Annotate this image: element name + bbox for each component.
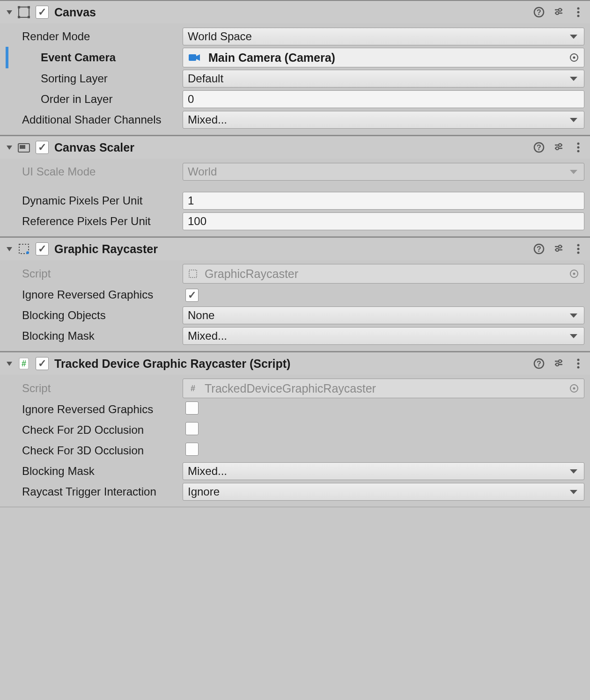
blocking-mask-dropdown[interactable]: Mixed... (183, 327, 584, 345)
sorting-layer-dropdown[interactable]: Default (183, 70, 584, 88)
highlight-bar (6, 47, 8, 68)
chevron-down-icon (570, 334, 577, 338)
svg-point-54 (556, 363, 559, 366)
hash-icon: # (188, 383, 198, 394)
svg-point-57 (577, 366, 580, 369)
field-label: Reference Pixels Per Unit (6, 215, 183, 228)
enable-checkbox[interactable] (36, 141, 49, 154)
svg-text:?: ? (537, 360, 541, 368)
check-2d-occlusion-checkbox[interactable] (185, 422, 199, 435)
field-label: Script (6, 267, 183, 280)
camera-icon (188, 53, 201, 62)
svg-rect-1 (19, 7, 29, 17)
svg-text:?: ? (537, 144, 541, 152)
component-header-graphic-raycaster: Graphic Raycaster ? (0, 238, 590, 260)
foldout-toggle[interactable] (5, 7, 14, 17)
raycast-trigger-dropdown[interactable]: Ignore (183, 483, 584, 501)
help-icon[interactable]: ? (533, 141, 545, 153)
svg-point-39 (556, 248, 559, 251)
component-body: Render Mode World Space Event Camera Mai… (0, 23, 590, 135)
component-title: Tracked Device Graphic Raycaster (Script… (54, 357, 531, 371)
chevron-down-icon (570, 469, 577, 474)
svg-point-10 (559, 8, 561, 11)
svg-point-56 (577, 363, 580, 365)
svg-point-41 (577, 248, 580, 250)
component-graphic-raycaster: Graphic Raycaster ? Script GraphicRaycas… (0, 237, 590, 351)
enable-checkbox[interactable] (36, 357, 49, 370)
svg-marker-0 (7, 10, 12, 15)
svg-rect-43 (189, 270, 197, 277)
ignore-reversed-checkbox[interactable] (185, 289, 199, 302)
reference-pixels-input[interactable]: 100 (183, 212, 584, 230)
svg-point-60 (573, 387, 575, 390)
help-icon[interactable]: ? (533, 357, 545, 370)
svg-marker-31 (7, 247, 12, 251)
component-body: Script # TrackedDeviceGraphicRaycaster I… (0, 375, 590, 507)
help-icon[interactable]: ? (533, 6, 545, 18)
help-icon[interactable]: ? (533, 243, 545, 255)
field-label: UI Scale Mode (6, 165, 183, 178)
enable-checkbox[interactable] (36, 242, 49, 255)
ui-scale-mode-dropdown: World (183, 163, 584, 181)
svg-rect-3 (28, 6, 30, 8)
component-tracked-device-graphic-raycaster: # Tracked Device Graphic Raycaster (Scri… (0, 351, 590, 507)
svg-point-13 (577, 11, 580, 14)
svg-rect-21 (20, 145, 25, 149)
dynamic-pixels-input[interactable]: 1 (183, 192, 584, 210)
shader-channels-dropdown[interactable]: Mixed... (183, 111, 584, 129)
svg-rect-5 (28, 16, 30, 18)
svg-text:#: # (191, 384, 195, 393)
menu-icon[interactable] (572, 141, 584, 153)
component-canvas-scaler: Canvas Scaler ? UI Scale Mode World Dyna… (0, 135, 590, 237)
menu-icon[interactable] (572, 243, 584, 255)
enable-checkbox[interactable] (36, 6, 49, 19)
check-3d-occlusion-checkbox[interactable] (185, 443, 199, 456)
menu-icon[interactable] (572, 357, 584, 370)
svg-point-26 (559, 144, 561, 146)
blocking-mask-dropdown[interactable]: Mixed... (183, 462, 584, 480)
svg-point-18 (573, 57, 575, 59)
chevron-down-icon (570, 35, 577, 39)
foldout-toggle[interactable] (5, 359, 14, 368)
script-field: GraphicRaycaster (183, 264, 584, 284)
chevron-down-icon (570, 314, 577, 318)
chevron-down-icon (570, 118, 577, 122)
component-header-canvas-scaler: Canvas Scaler ? (0, 136, 590, 159)
svg-marker-19 (7, 146, 12, 150)
chevron-down-icon (570, 77, 577, 81)
svg-point-14 (577, 15, 580, 17)
foldout-toggle[interactable] (5, 244, 14, 254)
svg-point-30 (577, 150, 580, 153)
preset-icon[interactable] (553, 141, 565, 153)
field-label: Sorting Layer (6, 72, 183, 85)
object-picker-icon (567, 267, 581, 281)
preset-icon[interactable] (553, 357, 565, 370)
component-title: Graphic Raycaster (54, 242, 531, 256)
rect-icon (188, 269, 198, 279)
svg-text:?: ? (537, 245, 541, 253)
field-label: Blocking Mask (6, 465, 183, 478)
object-picker-icon[interactable] (567, 51, 581, 65)
foldout-toggle[interactable] (5, 143, 14, 152)
component-header-tracked: # Tracked Device Graphic Raycaster (Scri… (0, 352, 590, 375)
render-mode-dropdown[interactable]: World Space (183, 28, 584, 45)
svg-text:#: # (22, 359, 26, 368)
svg-point-40 (577, 244, 580, 247)
menu-icon[interactable] (572, 6, 584, 18)
svg-point-42 (577, 252, 580, 254)
component-title: Canvas Scaler (54, 141, 531, 154)
field-label: Blocking Objects (6, 309, 183, 322)
ignore-reversed-checkbox[interactable] (185, 401, 199, 415)
object-picker-icon (567, 381, 581, 395)
field-label: Dynamic Pixels Per Unit (6, 194, 183, 207)
svg-rect-4 (18, 16, 20, 18)
preset-icon[interactable] (553, 6, 565, 18)
order-in-layer-input[interactable]: 0 (183, 90, 584, 108)
blocking-objects-dropdown[interactable]: None (183, 306, 584, 324)
event-camera-field[interactable]: Main Camera (Camera) (183, 48, 584, 67)
canvas-icon (17, 5, 31, 19)
script-icon: # (17, 357, 31, 371)
field-label: Raycast Trigger Interaction (6, 485, 183, 498)
svg-rect-2 (18, 6, 20, 8)
preset-icon[interactable] (553, 243, 565, 255)
